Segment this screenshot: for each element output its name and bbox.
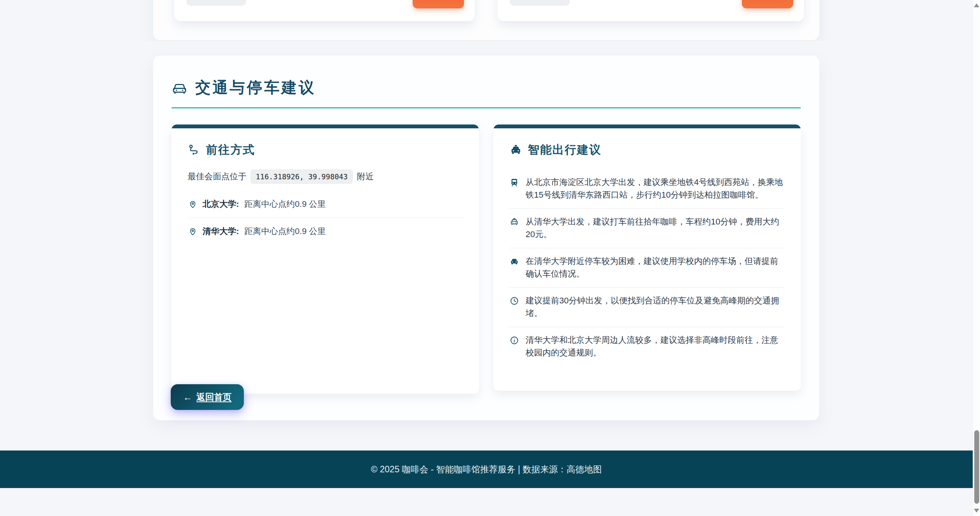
smart-travel-advice-card: 智能出行建议 从北京市海淀区北京大学出发，建议乘坐地铁4号线到西苑站 bbox=[493, 124, 801, 391]
map-pin-icon bbox=[188, 200, 197, 209]
vertical-scrollbar[interactable] bbox=[973, 0, 980, 516]
car-icon bbox=[510, 257, 519, 266]
location-row: 清华大学: 距离中心点约0.9 公里 bbox=[188, 218, 463, 245]
scrollbar-thumb[interactable] bbox=[974, 430, 979, 504]
cafe-badge bbox=[186, 0, 246, 6]
advice-text: 从清华大学出发，建议打车前往拾年咖啡，车程约10分钟，费用大约20元。 bbox=[526, 215, 785, 241]
section-columns: 前往方式 最佳会面点位于 116.318926, 39.998043 附近 bbox=[172, 124, 801, 394]
taxi-icon bbox=[510, 144, 522, 156]
advice-item: 从北京市海淀区北京大学出发，建议乘坐地铁4号线到西苑站，换乘地铁15号线到清华东… bbox=[510, 169, 785, 209]
advice-text: 在清华大学附近停车较为困难，建议使用学校内的停车场，但请提前确认车位情况。 bbox=[526, 255, 785, 280]
advice-text: 建议提前30分钟出发，以便找到合适的停车位及避免高峰期的交通拥堵。 bbox=[526, 294, 785, 319]
location-row: 北京大学: 距离中心点约0.9 公里 bbox=[188, 191, 463, 218]
coordinates-value: 116.318926, 39.998043 bbox=[250, 169, 353, 184]
page-title: 交通与停车建议 bbox=[195, 77, 316, 98]
location-distance: 距离中心点约0.9 公里 bbox=[244, 226, 326, 237]
advice-list: 从北京市海淀区北京大学出发，建议乘坐地铁4号线到西苑站，换乘地铁15号线到清华东… bbox=[510, 169, 785, 366]
travel-card-title: 前往方式 bbox=[206, 142, 255, 158]
page: 交通与停车建议 前往方式 最佳会面点位于 bbox=[0, 0, 980, 516]
location-name: 北京大学: bbox=[203, 198, 239, 210]
taxi-icon bbox=[510, 217, 519, 227]
route-icon bbox=[188, 144, 200, 156]
transport-section-card: 交通与停车建议 前往方式 最佳会面点位于 bbox=[153, 56, 819, 420]
location-distance: 距离中心点约0.9 公里 bbox=[244, 198, 326, 210]
left-arrow-icon: ← bbox=[183, 392, 192, 403]
back-home-label: 返回首页 bbox=[196, 391, 232, 403]
cafe-action-button[interactable] bbox=[742, 0, 793, 8]
card-top-accent bbox=[172, 124, 479, 128]
back-home-button[interactable]: ← 返回首页 bbox=[171, 384, 244, 410]
clock-icon bbox=[510, 296, 519, 306]
meeting-point-line: 最佳会面点位于 116.318926, 39.998043 附近 bbox=[188, 169, 463, 184]
travel-methods-card: 前往方式 最佳会面点位于 116.318926, 39.998043 附近 bbox=[172, 124, 479, 394]
info-icon bbox=[510, 336, 519, 345]
advice-card-title: 智能出行建议 bbox=[528, 142, 601, 158]
title-underline bbox=[172, 107, 801, 108]
car-front-icon bbox=[172, 80, 188, 96]
scroll-down-arrow[interactable] bbox=[974, 509, 979, 513]
meeting-prefix: 最佳会面点位于 bbox=[188, 171, 247, 182]
advice-item: 清华大学和北京大学周边人流较多，建议选择非高峰时段前往，注意校园内的交通规则。 bbox=[510, 327, 785, 366]
cafe-card-partial bbox=[174, 0, 475, 21]
advice-text: 清华大学和北京大学周边人流较多，建议选择非高峰时段前往，注意校园内的交通规则。 bbox=[526, 334, 785, 359]
advice-card-header: 智能出行建议 bbox=[510, 142, 785, 158]
card-top-accent bbox=[493, 124, 801, 128]
advice-item: 从清华大学出发，建议打车前往拾年咖啡，车程约10分钟，费用大约20元。 bbox=[510, 209, 785, 248]
meeting-suffix: 附近 bbox=[357, 171, 374, 182]
footer-text: © 2025 咖啡会 - 智能咖啡馆推荐服务 | 数据来源：高德地图 bbox=[371, 464, 602, 475]
cafe-card-partial bbox=[498, 0, 804, 21]
advice-text: 从北京市海淀区北京大学出发，建议乘坐地铁4号线到西苑站，换乘地铁15号线到清华东… bbox=[526, 176, 785, 201]
advice-item: 在清华大学附近停车较为困难，建议使用学校内的停车场，但请提前确认车位情况。 bbox=[510, 248, 785, 288]
advice-item: 建议提前30分钟出发，以便找到合适的停车位及避免高峰期的交通拥堵。 bbox=[510, 288, 785, 327]
map-pin-icon bbox=[188, 227, 197, 236]
section-title-row: 交通与停车建议 bbox=[172, 77, 801, 98]
previous-section-partial bbox=[0, 0, 973, 41]
travel-card-header: 前往方式 bbox=[188, 142, 463, 158]
scroll-up-arrow[interactable] bbox=[974, 3, 979, 7]
location-list: 北京大学: 距离中心点约0.9 公里 清华大学: 距离中心点约0.9 公里 bbox=[188, 191, 463, 245]
location-name: 清华大学: bbox=[203, 226, 239, 237]
cafe-action-button[interactable] bbox=[413, 0, 464, 8]
metro-icon bbox=[510, 178, 519, 187]
page-footer: © 2025 咖啡会 - 智能咖啡馆推荐服务 | 数据来源：高德地图 bbox=[0, 450, 973, 488]
cafe-badge bbox=[510, 0, 570, 6]
